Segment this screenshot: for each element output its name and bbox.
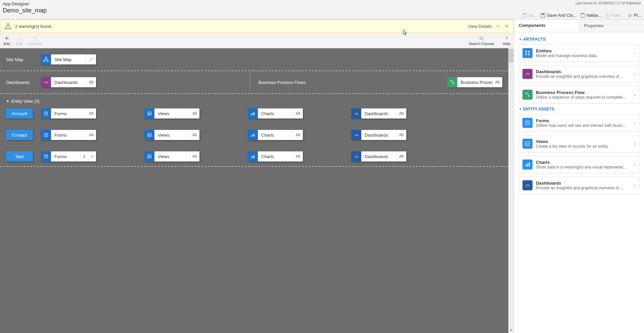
svg-line-37: [356, 135, 357, 136]
account-charts-tile[interactable]: Charts All: [248, 108, 303, 118]
publish-button[interactable]: Publi...: [605, 13, 625, 18]
chart-icon: [522, 159, 533, 170]
chevron-right-icon: ›: [634, 92, 636, 97]
entity-view-toggle[interactable]: ▼ Entity View (3): [0, 94, 508, 104]
svg-rect-61: [525, 165, 526, 166]
entity-assets-group-header[interactable]: ▼ ENTITY ASSETS: [519, 107, 639, 111]
task-forms-tile[interactable]: Forms 1: [41, 151, 96, 161]
account-views-tile[interactable]: Views All: [144, 108, 199, 118]
gauge-icon: [351, 130, 361, 140]
svg-point-11: [506, 39, 507, 40]
header-bar: App Designer Demo_site_map Last Saved on…: [0, 0, 644, 19]
app-name: Demo_site_map: [3, 7, 47, 14]
save-and-close-button[interactable]: Save And Clo...: [541, 13, 577, 18]
contact-charts-tile[interactable]: Charts All: [248, 130, 303, 140]
svg-rect-3: [542, 13, 544, 15]
task-views-tile[interactable]: Views All: [144, 151, 199, 161]
svg-rect-48: [525, 51, 527, 52]
card-forms[interactable]: Forms Define how users will see and inte…: [519, 114, 639, 132]
svg-point-16: [450, 80, 452, 82]
gauge-icon: [41, 77, 51, 87]
bpf-tile[interactable]: Business Proces... All: [447, 77, 502, 87]
help-icon: [504, 36, 509, 41]
list-icon: [144, 130, 154, 140]
card-views[interactable]: Views Create a list view of records for …: [519, 135, 639, 152]
dashboards-all[interactable]: All: [86, 77, 96, 87]
svg-line-47: [356, 156, 357, 158]
tab-properties[interactable]: Properties: [579, 19, 644, 32]
canvas-scrollbar[interactable]: ▼: [508, 48, 514, 333]
card-charts[interactable]: Charts Show data in a meaningful and vis…: [519, 156, 639, 173]
bpf-all[interactable]: All: [492, 77, 502, 87]
validate-button[interactable]: Valida...: [580, 13, 602, 18]
dashboards-tile-label: Dashboards: [51, 77, 86, 87]
play-label: Pl...: [634, 13, 641, 18]
gauge-icon: [351, 151, 361, 161]
contact-views-tile[interactable]: Views All: [144, 130, 199, 140]
svg-rect-13: [44, 60, 45, 62]
publish-label: Publi...: [611, 13, 625, 18]
entity-contact-button[interactable]: Contact: [6, 130, 33, 140]
chevron-right-icon: ›: [634, 71, 636, 77]
svg-rect-5: [582, 13, 583, 14]
contact-forms-tile[interactable]: Forms All: [41, 130, 96, 140]
play-button[interactable]: Pl...: [628, 13, 641, 18]
task-charts-tile[interactable]: Charts All: [248, 151, 303, 161]
entity-view-title: Entity View (3): [11, 99, 40, 104]
svg-rect-14: [47, 60, 48, 62]
form-icon: [41, 108, 51, 118]
svg-point-17: [453, 83, 454, 84]
svg-rect-1: [523, 13, 525, 15]
search-canvas-button[interactable]: Search Canvas: [469, 36, 494, 46]
search-icon: [479, 36, 484, 41]
canvas-toolbar: Add Edit Remove Search Canvas: [0, 33, 514, 48]
view-details-link[interactable]: View Details: [468, 24, 492, 29]
account-forms-tile[interactable]: Forms All: [41, 108, 96, 118]
help-button[interactable]: Help: [503, 36, 510, 46]
entity-account-button[interactable]: Account: [6, 108, 33, 118]
add-button[interactable]: Add: [3, 36, 10, 46]
card-bpf[interactable]: Business Process Flow Define a sequence …: [519, 86, 639, 103]
entity-row-task: Task Forms 1 Views All: [6, 151, 502, 161]
edit-button[interactable]: Edit: [16, 36, 22, 46]
svg-rect-58: [525, 142, 530, 146]
sitemap-section-label: Site Map: [6, 57, 33, 62]
gauge-icon: [522, 180, 533, 190]
artifacts-group-header[interactable]: ▼ ARTIFACTS: [519, 37, 639, 42]
svg-line-64: [527, 185, 528, 187]
svg-line-52: [527, 74, 528, 75]
contact-dashboards-tile[interactable]: Dashboards All: [351, 130, 406, 140]
svg-rect-36: [254, 134, 255, 137]
list-icon: [144, 108, 154, 118]
chevron-right-icon: ›: [634, 141, 636, 146]
sitemap-tile[interactable]: Site Map: [41, 54, 96, 64]
caret-down-icon: ▼: [519, 38, 522, 41]
chevron-down-icon[interactable]: [88, 151, 96, 161]
save-button[interactable]: Sa...: [522, 13, 537, 18]
remove-label: Remove: [29, 42, 42, 46]
svg-rect-63: [529, 162, 530, 166]
task-dashboards-tile[interactable]: Dashboards All: [351, 151, 406, 161]
card-dashboards[interactable]: Dashboards Provide an insightful and gra…: [519, 65, 639, 83]
form-icon: [522, 118, 533, 128]
chevron-down-icon[interactable]: [495, 23, 501, 29]
card-dashboards-asset[interactable]: Dashboards Provide an insightful and gra…: [519, 177, 639, 194]
app-title: App Designer: [3, 1, 47, 6]
svg-rect-50: [525, 54, 527, 55]
save-close-label: Save And Clo...: [547, 13, 577, 18]
account-dashboards-tile[interactable]: Dashboards All: [351, 108, 406, 118]
design-canvas[interactable]: Site Map Site Map Dashboards: [0, 48, 508, 333]
save-label: Sa...: [528, 13, 537, 18]
bpf-section-label: Business Process Flows: [259, 80, 306, 85]
sitemap-edit-button[interactable]: [86, 54, 96, 64]
tab-components[interactable]: Components: [514, 19, 579, 32]
entity-task-button[interactable]: Task: [6, 151, 33, 161]
close-icon[interactable]: [504, 23, 509, 29]
remove-button[interactable]: Remove: [29, 36, 42, 46]
chevron-right-icon: ›: [634, 162, 636, 167]
scroll-down-icon[interactable]: ▼: [508, 328, 514, 332]
card-entities[interactable]: Entities Model and manage business data.…: [519, 44, 639, 62]
flow-icon: [447, 77, 457, 87]
scrollbar-thumb[interactable]: [509, 49, 513, 62]
dashboards-tile[interactable]: Dashboards All: [41, 77, 96, 87]
